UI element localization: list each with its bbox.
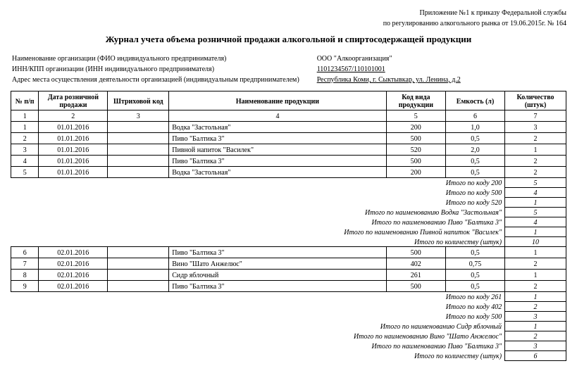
- table-row: 101.01.2016Водка "Застольная"2001,03: [11, 122, 566, 133]
- header-qty: Количество (штук): [505, 91, 566, 110]
- summary-row: Итого по коду 2005: [11, 178, 566, 188]
- col-num-6: 6: [445, 110, 504, 122]
- summary-row: Итого по коду 4022: [11, 302, 566, 312]
- meta-label-inn: ИНН/КПП организации (ИНН индивидуального…: [12, 64, 316, 73]
- col-num-3: 3: [108, 110, 169, 122]
- meta-label-org: Наименование организации (ФИО индивидуал…: [12, 53, 316, 63]
- meta-value-org: ООО "Алкоорганизация": [317, 53, 565, 63]
- header-vol: Емкость (л): [445, 91, 504, 110]
- table-row: 702.01.2016Вино "Шато Анжелюс"4020,752: [11, 258, 566, 270]
- meta-value-inn: 1101234567/110101001: [317, 64, 565, 73]
- summary-row: Итого по наименованию Пиво "Балтика 3"3: [11, 341, 566, 351]
- table-row: 602.01.2016Пиво "Балтика 3"5000,51: [11, 247, 566, 258]
- table-row: 301.01.2016Пивной напиток "Василек"5202,…: [11, 144, 566, 156]
- table-row: 802.01.2016Сидр яблочный2610,51: [11, 270, 566, 281]
- summary-row: Итого по количеству (штук)10: [11, 237, 566, 247]
- col-num-5: 5: [386, 110, 445, 122]
- header-name: Наименование продукции: [169, 91, 387, 110]
- top-right-text: Приложение №1 к приказу Федеральной служ…: [11, 7, 566, 28]
- header-num: № п/п: [11, 91, 39, 110]
- table-row: 902.01.2016Пиво "Балтика 3"5000,52: [11, 281, 566, 292]
- header-date: Дата розничной продажи: [39, 91, 108, 110]
- summary-row: Итого по наименованию Пивной напиток "Ва…: [11, 227, 566, 237]
- col-num-2: 2: [39, 110, 108, 122]
- table-row: 501.01.2016Водка "Застольная"2000,52: [11, 167, 566, 178]
- summary-row: Итого по наименованию Пиво "Балтика 3"4: [11, 217, 566, 227]
- summary-row: Итого по наименованию Сидр яблочный1: [11, 322, 566, 331]
- meta-info: Наименование организации (ФИО индивидуал…: [11, 52, 566, 85]
- meta-label-addr: Адрес места осуществления деятельности о…: [12, 75, 316, 84]
- journal-table: № п/п Дата розничной продажи Штриховой к…: [11, 91, 566, 361]
- summary-row: Итого по коду 2611: [11, 292, 566, 302]
- summary-row: Итого по коду 5003: [11, 312, 566, 322]
- decree-line1: Приложение №1 к приказу Федеральной служ…: [11, 7, 566, 18]
- col-num-7: 7: [505, 110, 566, 122]
- col-num-1: 1: [11, 110, 39, 122]
- summary-row: Итого по коду 5201: [11, 198, 566, 208]
- summary-row: Итого по наименованию Вино "Шато Анжелюс…: [11, 331, 566, 341]
- summary-row: Итого по наименованию Водка "Застольная"…: [11, 208, 566, 217]
- header-code: Код вида продукции: [386, 91, 445, 110]
- page-title: Журнал учета объема розничной продажи ал…: [11, 34, 566, 45]
- summary-row: Итого по коду 5004: [11, 188, 566, 198]
- table-row: 401.01.2016Пиво "Балтика 3"5000,52: [11, 156, 566, 167]
- meta-value-addr: Республика Коми, г. Сыктывкар, ул. Ленин…: [317, 75, 565, 84]
- table-row: 201.01.2016Пиво "Балтика 3"5000,52: [11, 133, 566, 144]
- decree-line2: по регулированию алкогольного рынка от 1…: [11, 18, 566, 28]
- summary-row: Итого по количеству (штук)6: [11, 351, 566, 361]
- col-num-4: 4: [169, 110, 387, 122]
- header-barcode: Штриховой код: [108, 91, 169, 110]
